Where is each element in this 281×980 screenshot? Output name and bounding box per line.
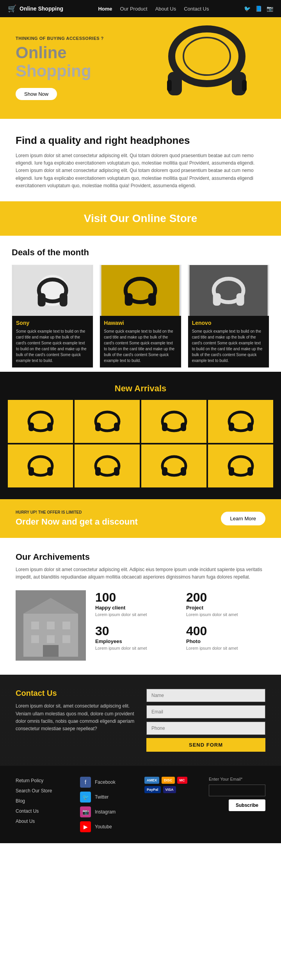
achievements-section: Our Archivements Lorem ipsum dolor sit a… bbox=[0, 538, 281, 675]
new-arrivals-section: New Arrivals bbox=[0, 372, 281, 499]
footer-instagram[interactable]: 📷 Instagram bbox=[80, 806, 137, 817]
svg-rect-20 bbox=[28, 423, 34, 431]
svg-rect-23 bbox=[95, 423, 101, 431]
arrivals-grid bbox=[8, 400, 273, 487]
payment-discover: DISC bbox=[162, 777, 175, 784]
nav-home[interactable]: Home bbox=[98, 6, 112, 12]
arrival-item-5 bbox=[8, 444, 73, 487]
deal-card-sony: Sony Some quick example text to build on… bbox=[12, 265, 93, 368]
stat-number-0: 100 bbox=[95, 590, 174, 605]
headphone-hero-svg bbox=[144, 25, 269, 111]
svg-point-5 bbox=[183, 38, 230, 75]
footer: Return Policy Search Our Store Blog Cont… bbox=[0, 766, 281, 843]
contact-section: Contact Us Lorem ipsum dolor sit, amet c… bbox=[0, 675, 281, 766]
subscribe-email-input[interactable] bbox=[209, 785, 265, 796]
deal-title-lenovo: Lenovo bbox=[192, 320, 265, 326]
visit-banner: Visit Our Online Store bbox=[0, 201, 281, 236]
contact-phone-input[interactable] bbox=[146, 722, 265, 735]
nav-logo: 🛒 Online Shopping bbox=[8, 4, 63, 13]
svg-rect-46 bbox=[31, 622, 39, 629]
cart-icon: 🛒 bbox=[8, 4, 16, 13]
youtube-icon: ▶ bbox=[80, 821, 91, 832]
footer-facebook[interactable]: f Facebook bbox=[80, 777, 137, 788]
stat-number-2: 30 bbox=[95, 624, 174, 638]
footer-link-about[interactable]: About Us bbox=[16, 819, 35, 824]
contact-name-input[interactable] bbox=[146, 689, 265, 702]
svg-rect-38 bbox=[162, 467, 167, 476]
arrival-item-2 bbox=[75, 400, 140, 443]
footer-link-blog[interactable]: Blog bbox=[16, 798, 25, 804]
deal-text-sony: Some quick example text to build on the … bbox=[16, 328, 89, 364]
nav-contact[interactable]: Contact Us bbox=[184, 6, 209, 12]
payment-amex: AMEX bbox=[144, 777, 159, 784]
deal-img-lenovo bbox=[188, 265, 269, 316]
stat-desc-1: Lorem ipsum dolor sit amet bbox=[186, 612, 265, 617]
footer-youtube[interactable]: ▶ Youtube bbox=[80, 821, 137, 832]
stat-project: 200 Project Lorem ipsum dolor sit amet bbox=[186, 590, 265, 617]
svg-rect-18 bbox=[236, 293, 244, 306]
svg-rect-4 bbox=[242, 80, 247, 91]
nav-product[interactable]: Our Product bbox=[120, 6, 148, 12]
arrival-item-1 bbox=[8, 400, 73, 443]
quality-section: Find a quality and right headphones Lore… bbox=[0, 119, 281, 201]
nav-social: 🐦 📘 📷 bbox=[244, 5, 273, 12]
instagram-nav-icon[interactable]: 📷 bbox=[267, 5, 273, 12]
arrival-item-3 bbox=[141, 400, 206, 443]
svg-rect-47 bbox=[47, 622, 55, 629]
footer-link-return[interactable]: Return Policy bbox=[16, 778, 43, 783]
footer-twitter[interactable]: 🐦 Twitter bbox=[80, 792, 137, 803]
svg-rect-10 bbox=[60, 293, 68, 306]
stat-desc-2: Lorem ipsum dolor sit amet bbox=[95, 646, 174, 650]
svg-rect-35 bbox=[95, 467, 101, 476]
navbar: 🛒 Online Shopping Home Our Product About… bbox=[0, 0, 281, 17]
subscribe-button[interactable]: Subscribe bbox=[229, 799, 265, 811]
svg-rect-52 bbox=[43, 645, 59, 657]
stat-number-3: 400 bbox=[186, 624, 265, 638]
svg-rect-50 bbox=[47, 635, 55, 643]
stat-employees: 30 Employees Lorem ipsum dolor sit amet bbox=[95, 624, 174, 650]
nav-about[interactable]: About Us bbox=[155, 6, 176, 12]
stat-label-3: Photo bbox=[186, 638, 265, 644]
svg-rect-39 bbox=[181, 467, 186, 476]
payment-mastercard: MC bbox=[177, 777, 187, 784]
svg-rect-26 bbox=[162, 423, 167, 431]
deal-title-hawawi: Hawawi bbox=[104, 320, 177, 326]
twitter-nav-icon[interactable]: 🐦 bbox=[244, 5, 251, 12]
contact-heading: Contact Us bbox=[16, 689, 135, 698]
achievements-body: Lorem ipsum dolor sit amet consectetur a… bbox=[16, 566, 265, 581]
arrival-item-7 bbox=[141, 444, 206, 487]
learn-more-button[interactable]: Learn More bbox=[221, 512, 265, 525]
svg-rect-21 bbox=[47, 423, 53, 431]
hero-image bbox=[140, 21, 273, 115]
footer-link-search[interactable]: Search Our Store bbox=[16, 788, 52, 794]
svg-rect-3 bbox=[167, 80, 172, 91]
svg-rect-33 bbox=[47, 467, 53, 476]
arrival-item-4 bbox=[208, 400, 273, 443]
payment-icons: AMEX DISC MC PayPal VISA bbox=[144, 777, 201, 793]
deal-card-lenovo: Lenovo Some quick example text to build … bbox=[188, 265, 269, 368]
svg-rect-41 bbox=[229, 467, 234, 476]
deal-img-sony bbox=[12, 265, 93, 316]
svg-rect-30 bbox=[247, 423, 253, 431]
show-now-button[interactable]: Show Now bbox=[16, 88, 57, 100]
deal-card-body-sony: Sony Some quick example text to build on… bbox=[12, 316, 93, 367]
facebook-nav-icon[interactable]: 📘 bbox=[255, 5, 262, 12]
footer-social: f Facebook 🐦 Twitter 📷 Instagram ▶ Youtu… bbox=[80, 777, 137, 832]
contact-email-input[interactable] bbox=[146, 705, 265, 718]
deals-heading: Deals of the month bbox=[12, 247, 269, 258]
achievements-image bbox=[16, 590, 86, 661]
contact-form: SEND FORM bbox=[146, 689, 265, 752]
svg-rect-49 bbox=[31, 635, 39, 643]
send-form-button[interactable]: SEND FORM bbox=[146, 738, 265, 752]
svg-rect-42 bbox=[247, 467, 253, 476]
footer-links: Return Policy Search Our Store Blog Cont… bbox=[16, 777, 72, 824]
instagram-label: Instagram bbox=[95, 809, 116, 815]
hero-title: Online Shopping bbox=[16, 44, 104, 80]
svg-rect-15 bbox=[189, 265, 267, 316]
deal-card-hawawi: Hawawi Some quick example text to build … bbox=[100, 265, 181, 368]
facebook-icon: f bbox=[80, 777, 91, 788]
svg-rect-11 bbox=[101, 265, 180, 316]
footer-link-contact[interactable]: Contact Us bbox=[16, 808, 39, 814]
achievements-heading: Our Archivements bbox=[16, 552, 265, 562]
new-arrivals-heading: New Arrivals bbox=[8, 383, 273, 394]
